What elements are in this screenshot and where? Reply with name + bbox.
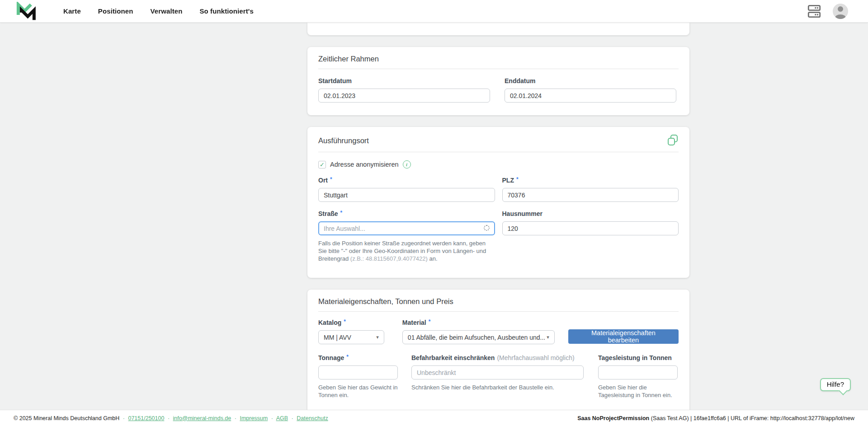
ort-input[interactable] [318, 188, 495, 202]
hausnummer-input[interactable] [502, 221, 679, 235]
startdatum-label: Startdatum [318, 77, 490, 84]
footer-separator: · [235, 415, 236, 421]
footer-separator: · [271, 415, 273, 421]
footer-link-agb[interactable]: AGB [276, 415, 288, 421]
footer-link-impressum[interactable]: Impressum [240, 415, 268, 421]
startdatum-input[interactable] [318, 89, 490, 103]
footer-right: Saas NoProjectPermission (Saas Test AG) … [577, 415, 854, 421]
info-icon[interactable]: i [403, 160, 411, 169]
material-label: Material* [402, 319, 555, 326]
material-select[interactable]: 01 Abfälle, die beim Aufsuchen, Ausbeute… [402, 330, 555, 344]
katalog-select[interactable]: MM | AVV ▾ [318, 330, 384, 344]
footer-bar: © 2025 Mineral Minds Deutschland GmbH · … [0, 410, 868, 426]
befahrbarkeit-label-hint: (Mehrfachauswahl möglich) [497, 354, 574, 361]
help-button[interactable]: Hilfe? [820, 378, 851, 391]
top-navbar: Karte Positionen Verwalten So funktionie… [0, 0, 868, 23]
enddatum-input[interactable] [505, 89, 676, 103]
section-divider [318, 152, 679, 152]
nav-item-so-funktionierts[interactable]: So funktioniert's [199, 7, 253, 15]
footer-link-email[interactable]: info@mineral-minds.de [173, 415, 231, 421]
copy-icon[interactable] [668, 135, 679, 146]
chevron-down-icon: ▾ [547, 334, 549, 340]
section-title-zeitrahmen: Zeitlicher Rahmen [318, 55, 679, 63]
footer-separator: · [292, 415, 293, 421]
section-title-material: Materialeigenschaften, Tonnen und Preis [318, 297, 679, 306]
required-marker: * [346, 354, 349, 360]
strasse-helper-text: Falls die Position keiner Straße zugeord… [318, 239, 488, 262]
required-marker: * [330, 176, 332, 183]
required-marker: * [429, 318, 431, 325]
user-avatar[interactable] [833, 4, 848, 19]
tagesleistung-label: Tagesleistung in Tonnen [598, 354, 678, 361]
anonymize-checkbox[interactable]: ✓ [318, 161, 326, 169]
section-divider [318, 69, 679, 69]
card-ausfuehrungsort: Ausführungsort ✓ Adresse anonymisieren i… [307, 127, 689, 278]
card-zeitlicher-rahmen: Zeitlicher Rahmen Startdatum Enddatum [307, 47, 689, 115]
ort-label: Ort* [318, 177, 495, 184]
required-marker: * [516, 176, 519, 183]
section-divider [318, 311, 679, 312]
katalog-label: Katalog* [318, 319, 384, 326]
required-marker: * [340, 210, 343, 216]
enddatum-label: Enddatum [505, 77, 676, 84]
main-nav: Karte Positionen Verwalten So funktionie… [63, 7, 254, 15]
tonnage-input[interactable] [318, 365, 398, 379]
avatar-body-icon [835, 14, 846, 19]
copyright-text: © 2025 Mineral Minds Deutschland GmbH [14, 415, 119, 421]
avatar-head-icon [838, 6, 843, 12]
nav-item-karte[interactable]: Karte [63, 7, 81, 15]
nav-item-positionen[interactable]: Positionen [98, 7, 133, 15]
tagesleistung-helper-text: Geben Sie hier die Tagesleistung in Tonn… [598, 384, 678, 399]
tonnage-helper-text: Geben Sie hier das Gewicht in Tonnen ein… [318, 384, 398, 399]
saas-info-text: (Saas Test AG) | 16fae1ffc6a6 | URL of i… [649, 415, 854, 421]
hausnummer-label: Hausnummer [502, 210, 679, 217]
strasse-combobox[interactable] [318, 221, 495, 235]
strasse-label: Straße* [318, 210, 495, 217]
loading-spinner-icon [484, 225, 490, 231]
befahrbarkeit-input[interactable] [411, 365, 584, 379]
section-title-ausfuehrungsort: Ausführungsort [318, 136, 369, 145]
tagesleistung-input[interactable] [598, 365, 678, 379]
previous-card-bottom [307, 23, 689, 35]
befahrbarkeit-helper-text: Schränken Sie hier die Befahrbarkeit der… [411, 384, 584, 391]
plz-label: PLZ* [502, 177, 679, 184]
plz-input[interactable] [502, 188, 679, 202]
footer-link-datenschutz[interactable]: Datenschutz [297, 415, 328, 421]
anonymize-label: Adresse anonymisieren [330, 161, 399, 168]
saas-permission-text: Saas NoProjectPermission [577, 415, 649, 421]
edit-material-properties-button[interactable]: Materialeigenschaften bearbeiten [568, 329, 679, 344]
tonnage-label: Tonnage* [318, 354, 398, 361]
footer-separator: · [123, 415, 125, 421]
footer-separator: · [168, 415, 170, 421]
footer-left: © 2025 Mineral Minds Deutschland GmbH · … [14, 415, 328, 421]
server-icon[interactable] [807, 5, 821, 18]
mineral-minds-logo-icon[interactable] [15, 1, 38, 21]
header-actions [807, 4, 848, 19]
befahrbarkeit-label: Befahrbarkeit einschränken (Mehrfachausw… [411, 354, 584, 361]
footer-link-phone[interactable]: 07151/250100 [128, 415, 164, 421]
chevron-down-icon: ▾ [376, 334, 379, 340]
card-materialeigenschaften: Materialeigenschaften, Tonnen und Preis … [307, 290, 689, 426]
required-marker: * [344, 318, 346, 325]
copy-icon-front-square [668, 138, 675, 145]
lot-form: Zeitlicher Rahmen Startdatum Enddatum Au… [307, 23, 689, 426]
nav-item-verwalten[interactable]: Verwalten [151, 7, 183, 15]
